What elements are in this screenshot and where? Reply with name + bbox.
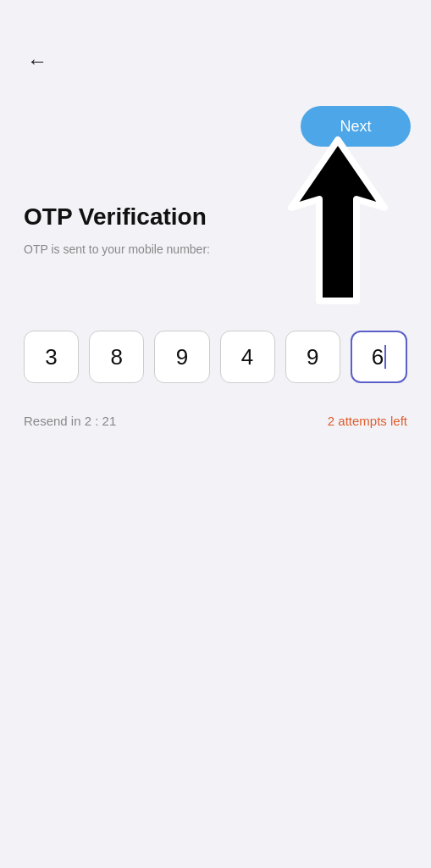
back-button[interactable]: ←: [20, 44, 54, 78]
otp-box-1[interactable]: 8: [89, 331, 144, 383]
back-arrow-icon: ←: [27, 49, 47, 73]
otp-box-5[interactable]: 6: [351, 331, 407, 383]
otp-box-2[interactable]: 9: [154, 331, 209, 383]
bottom-row: Resend in 2 : 21 2 attempts left: [24, 414, 407, 428]
next-button-label: Next: [340, 118, 371, 136]
next-button[interactable]: Next: [301, 106, 411, 147]
page-title: OTP Verification: [24, 203, 407, 231]
page-subtitle: OTP is sent to your mobile number:: [24, 242, 407, 256]
attempts-left: 2 attempts left: [328, 414, 407, 428]
resend-timer[interactable]: Resend in 2 : 21: [24, 414, 116, 428]
otp-box-4[interactable]: 9: [285, 331, 340, 383]
otp-box-3[interactable]: 4: [220, 331, 275, 383]
otp-input-row: 389496: [24, 331, 407, 383]
title-section: OTP Verification OTP is sent to your mob…: [24, 203, 407, 256]
otp-box-0[interactable]: 3: [24, 331, 79, 383]
